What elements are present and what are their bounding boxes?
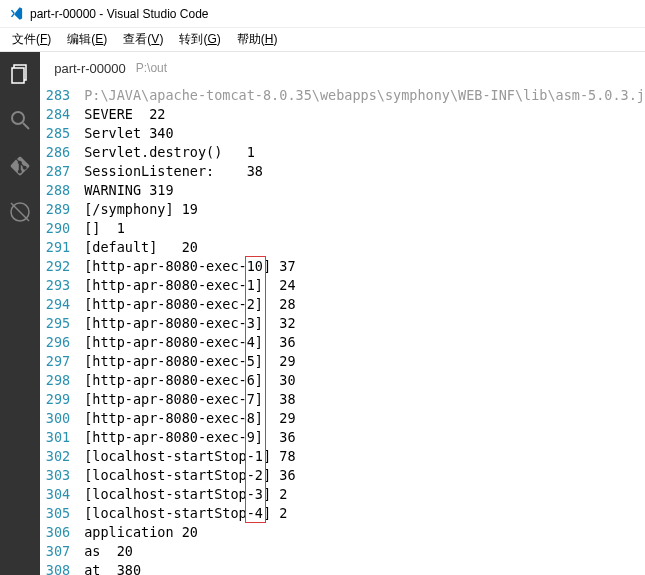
activity-bar	[0, 52, 40, 575]
menu-f[interactable]: 文件(F)	[4, 29, 59, 50]
code-line[interactable]: [localhost-startStop-3] 2	[84, 485, 645, 504]
line-number: 303	[40, 466, 70, 485]
main-area: part-r-00000 P:\out 28328428528628728828…	[0, 52, 645, 575]
code-line[interactable]: [http-apr-8080-exec-8] 29	[84, 409, 645, 428]
line-numbers: 2832842852862872882892902912922932942952…	[40, 86, 84, 575]
line-number: 306	[40, 523, 70, 542]
code-line[interactable]: [http-apr-8080-exec-10] 37	[84, 257, 645, 276]
code-line[interactable]: [http-apr-8080-exec-7] 38	[84, 390, 645, 409]
code-line[interactable]: [http-apr-8080-exec-6] 30	[84, 371, 645, 390]
menu-g[interactable]: 转到(G)	[171, 29, 228, 50]
line-number: 299	[40, 390, 70, 409]
code-line[interactable]: application 20	[84, 523, 645, 542]
code-line[interactable]: [] 1	[84, 219, 645, 238]
code-line[interactable]: [localhost-startStop-1] 78	[84, 447, 645, 466]
line-number: 292	[40, 257, 70, 276]
line-number: 295	[40, 314, 70, 333]
line-number: 304	[40, 485, 70, 504]
svg-line-3	[23, 123, 29, 129]
line-number: 296	[40, 333, 70, 352]
line-number: 294	[40, 295, 70, 314]
code-line[interactable]: SEVERE 22	[84, 105, 645, 124]
window-title: part-r-00000 - Visual Studio Code	[30, 7, 209, 21]
code-line[interactable]: [/symphony] 19	[84, 200, 645, 219]
search-icon[interactable]	[6, 106, 34, 134]
code-line[interactable]: WARNING 319	[84, 181, 645, 200]
svg-point-2	[12, 112, 24, 124]
code-line[interactable]: P:\JAVA\apache-tomcat-8.0.35\webapps\sym…	[84, 86, 645, 105]
tab-filepath: P:\out	[136, 61, 167, 75]
svg-rect-1	[12, 68, 24, 83]
code-line[interactable]: [http-apr-8080-exec-3] 32	[84, 314, 645, 333]
code-line[interactable]: [localhost-startStop-4] 2	[84, 504, 645, 523]
line-number: 287	[40, 162, 70, 181]
code-line[interactable]: Servlet.destroy() 1	[84, 143, 645, 162]
menu-e[interactable]: 编辑(E)	[59, 29, 115, 50]
line-number: 305	[40, 504, 70, 523]
files-icon[interactable]	[6, 60, 34, 88]
tab-filename: part-r-00000	[54, 61, 126, 76]
code-line[interactable]: [http-apr-8080-exec-9] 36	[84, 428, 645, 447]
line-number: 293	[40, 276, 70, 295]
line-number: 285	[40, 124, 70, 143]
line-number: 289	[40, 200, 70, 219]
code-area[interactable]: 2832842852862872882892902912922932942952…	[40, 84, 645, 575]
code-line[interactable]: at 380	[84, 561, 645, 575]
line-number: 297	[40, 352, 70, 371]
menu-h[interactable]: 帮助(H)	[229, 29, 286, 50]
code-line[interactable]: as 20	[84, 542, 645, 561]
code-line[interactable]: [localhost-startStop-2] 36	[84, 466, 645, 485]
line-number: 284	[40, 105, 70, 124]
code-line[interactable]: SessionListener: 38	[84, 162, 645, 181]
title-bar: part-r-00000 - Visual Studio Code	[0, 0, 645, 28]
code-line[interactable]: [http-apr-8080-exec-4] 36	[84, 333, 645, 352]
line-number: 307	[40, 542, 70, 561]
code-line[interactable]: [http-apr-8080-exec-5] 29	[84, 352, 645, 371]
vscode-icon	[8, 6, 24, 22]
line-number: 301	[40, 428, 70, 447]
line-number: 283	[40, 86, 70, 105]
menu-v[interactable]: 查看(V)	[115, 29, 171, 50]
line-number: 290	[40, 219, 70, 238]
debug-icon[interactable]	[6, 198, 34, 226]
code-line[interactable]: [default] 20	[84, 238, 645, 257]
code-lines[interactable]: P:\JAVA\apache-tomcat-8.0.35\webapps\sym…	[84, 86, 645, 575]
line-number: 291	[40, 238, 70, 257]
line-number: 288	[40, 181, 70, 200]
line-number: 300	[40, 409, 70, 428]
editor-tab[interactable]: part-r-00000 P:\out	[40, 52, 645, 84]
line-number: 298	[40, 371, 70, 390]
code-line[interactable]: [http-apr-8080-exec-2] 28	[84, 295, 645, 314]
editor: part-r-00000 P:\out 28328428528628728828…	[40, 52, 645, 575]
menu-bar: 文件(F)编辑(E)查看(V)转到(G)帮助(H)	[0, 28, 645, 52]
line-number: 286	[40, 143, 70, 162]
line-number: 308	[40, 561, 70, 575]
code-line[interactable]: [http-apr-8080-exec-1] 24	[84, 276, 645, 295]
git-icon[interactable]	[6, 152, 34, 180]
line-number: 302	[40, 447, 70, 466]
code-line[interactable]: Servlet 340	[84, 124, 645, 143]
